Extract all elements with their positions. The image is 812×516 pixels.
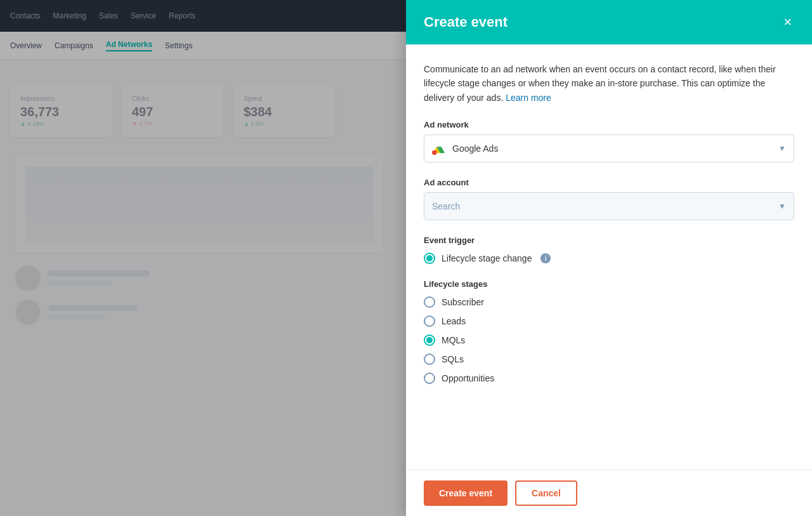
ad-network-select-wrapper[interactable]: Google Ads ▼ (424, 135, 794, 162)
modal-description: Communicate to an ad network when an eve… (424, 62, 794, 105)
lifecycle-stage-sqls[interactable]: SQLs (424, 354, 794, 365)
close-icon: × (783, 15, 792, 29)
ad-account-label: Ad account (424, 178, 794, 187)
google-ads-icon (432, 142, 446, 155)
create-event-button[interactable]: Create event (424, 480, 508, 506)
ad-network-chevron-icon: ▼ (778, 144, 786, 153)
cancel-button[interactable]: Cancel (515, 480, 577, 506)
ad-account-field: Ad account Search ▼ (424, 178, 794, 220)
ad-network-label: Ad network (424, 120, 794, 129)
ad-network-value: Google Ads (452, 143, 498, 154)
close-button[interactable]: × (781, 13, 794, 32)
lifecycle-subscriber-radio[interactable] (424, 296, 435, 308)
lifecycle-stage-opportunities[interactable]: Opportunities (424, 373, 794, 384)
lifecycle-opportunities-label: Opportunities (442, 373, 494, 383)
create-event-modal: Create event × Communicate to an ad netw… (406, 0, 812, 516)
lifecycle-stage-subscriber[interactable]: Subscriber (424, 296, 794, 308)
event-trigger-label: Event trigger (424, 235, 794, 245)
svg-point-3 (432, 150, 436, 155)
lifecycle-info-icon[interactable]: i (540, 253, 551, 263)
lifecycle-stage-leads[interactable]: Leads (424, 315, 794, 327)
lifecycle-mqls-label: MQLs (442, 335, 465, 345)
lifecycle-subscriber-label: Subscriber (442, 297, 484, 307)
modal-title: Create event (424, 14, 508, 30)
lifecycle-stages-radio-group: Subscriber Leads MQLs SQLs Opportunities (424, 296, 794, 384)
lifecycle-stages-field: Lifecycle stages Subscriber Leads MQLs S… (424, 279, 794, 384)
lifecycle-sqls-radio[interactable] (424, 354, 435, 365)
modal-body: Communicate to an ad network when an eve… (406, 44, 812, 470)
ad-account-select[interactable]: Search ▼ (424, 192, 794, 220)
event-trigger-lifecycle-option[interactable]: Lifecycle stage change i (424, 253, 794, 264)
event-trigger-field: Event trigger Lifecycle stage change i (424, 235, 794, 264)
ad-network-field: Ad network Google Ads ▼ (424, 120, 794, 162)
ad-account-select-wrapper[interactable]: Search ▼ (424, 192, 794, 220)
ad-account-chevron-icon: ▼ (778, 202, 786, 211)
ad-network-select[interactable]: Google Ads ▼ (424, 135, 794, 162)
modal-footer: Create event Cancel (406, 470, 812, 516)
lifecycle-leads-radio[interactable] (424, 315, 435, 327)
lifecycle-stages-label: Lifecycle stages (424, 279, 794, 289)
lifecycle-opportunities-radio[interactable] (424, 373, 435, 384)
learn-more-link[interactable]: Learn more (506, 93, 551, 103)
event-trigger-lifecycle-label: Lifecycle stage change (442, 253, 532, 263)
lifecycle-stage-mqls[interactable]: MQLs (424, 334, 794, 346)
event-trigger-lifecycle-radio[interactable] (424, 253, 435, 264)
lifecycle-leads-label: Leads (442, 316, 466, 326)
lifecycle-sqls-label: SQLs (442, 354, 464, 364)
ad-account-placeholder: Search (432, 201, 460, 211)
modal-header: Create event × (406, 0, 812, 44)
lifecycle-mqls-radio[interactable] (424, 334, 435, 346)
event-trigger-radio-group: Lifecycle stage change i (424, 253, 794, 264)
